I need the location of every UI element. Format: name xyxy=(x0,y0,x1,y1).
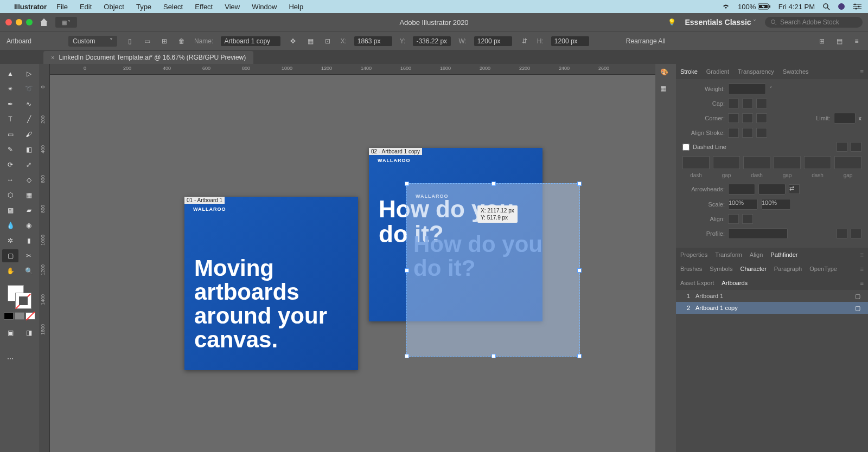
align-tip[interactable] xyxy=(728,214,739,224)
gradient-mode-icon[interactable] xyxy=(15,312,24,320)
corner-miter[interactable] xyxy=(728,113,739,123)
cap-round[interactable] xyxy=(742,99,753,108)
tab-brushes[interactable]: Brushes xyxy=(680,266,702,272)
arrow-start[interactable] xyxy=(728,184,755,195)
tab-symbols[interactable]: Symbols xyxy=(710,266,732,272)
workspace-switcher[interactable]: Essentials Classic ˅ xyxy=(685,18,756,27)
clock[interactable]: Fri 4:21 PM xyxy=(778,3,815,11)
orient-portrait-icon[interactable]: ▯ xyxy=(125,36,135,46)
magic-wand-tool[interactable]: ✴ xyxy=(2,82,18,95)
gap-2[interactable] xyxy=(774,156,801,169)
selection-tool[interactable]: ▲ xyxy=(2,67,18,80)
curvature-tool[interactable]: ∿ xyxy=(21,98,37,111)
scale-tool[interactable]: ⤢ xyxy=(21,158,37,171)
tab-gradient[interactable]: Gradient xyxy=(706,68,729,75)
handle-e[interactable] xyxy=(577,268,582,273)
rearrange-all-button[interactable]: Rearrange All xyxy=(621,35,671,47)
tab-align[interactable]: Align xyxy=(750,251,763,258)
window-controls[interactable] xyxy=(5,19,33,25)
document-tab[interactable]: × LinkedIn Document Template.ai* @ 16.67… xyxy=(43,51,253,64)
h-field[interactable]: 1200 px xyxy=(551,36,589,46)
swatches-panel-icon[interactable]: ▦ xyxy=(660,85,671,95)
gap-1[interactable] xyxy=(713,156,740,169)
width-tool[interactable]: ↔ xyxy=(2,173,18,186)
gap-3[interactable] xyxy=(834,156,861,169)
pen-tool[interactable]: ✒ xyxy=(2,98,18,111)
menu-effect[interactable]: Effect xyxy=(195,3,213,11)
edit-toolbar-icon[interactable]: ⋯ xyxy=(2,352,18,365)
zoom-tool[interactable]: 🔍 xyxy=(21,264,37,277)
siri-icon[interactable] xyxy=(838,3,845,10)
tab-pathfinder[interactable]: Pathfinder xyxy=(770,251,797,258)
tab-asset-export[interactable]: Asset Export xyxy=(680,280,714,286)
app-menu[interactable]: Illustrator xyxy=(14,3,47,11)
artboard-tool[interactable]: ▢ xyxy=(2,249,18,262)
canvas-area[interactable]: 0 200 400 600 800 1000 1200 1400 1600 18… xyxy=(50,64,655,452)
artboard-list-item-2[interactable]: 2 Artboard 1 copy ▢ xyxy=(676,302,868,314)
menu-select[interactable]: Select xyxy=(163,3,183,11)
handle-sw[interactable] xyxy=(405,354,409,358)
fill-stroke-swatch[interactable] xyxy=(8,285,31,309)
change-screen-icon[interactable]: ◨ xyxy=(21,326,37,339)
tab-transparency[interactable]: Transparency xyxy=(738,68,774,75)
artboard-name-field[interactable]: Artboard 1 copy xyxy=(221,36,280,46)
align-icon[interactable]: ⊞ xyxy=(817,36,827,46)
cap-project[interactable] xyxy=(756,99,767,108)
panel-menu-icon[interactable]: ≡ xyxy=(860,266,864,272)
flip-along-icon[interactable] xyxy=(837,229,847,238)
color-mode-icon[interactable] xyxy=(4,312,14,320)
lightbulb-icon[interactable]: 💡 xyxy=(668,18,676,26)
mesh-tool[interactable]: ▩ xyxy=(2,204,18,217)
scale-end[interactable]: 100% xyxy=(761,199,791,210)
home-icon[interactable] xyxy=(39,17,55,27)
screen-mode-icon[interactable]: ▣ xyxy=(2,326,18,339)
handle-s[interactable] xyxy=(492,354,496,358)
dashed-line-checkbox[interactable] xyxy=(682,144,690,151)
tab-properties[interactable]: Properties xyxy=(680,251,707,258)
search-stock[interactable]: Search Adobe Stock xyxy=(765,17,863,28)
dash-2[interactable] xyxy=(743,156,770,169)
wifi-icon[interactable] xyxy=(722,3,730,10)
arrow-end[interactable] xyxy=(758,184,786,195)
battery-status[interactable]: 100% xyxy=(738,3,771,11)
tab-transform[interactable]: Transform xyxy=(715,251,742,258)
menu-file[interactable]: File xyxy=(56,3,68,11)
menu-help[interactable]: Help xyxy=(289,3,303,11)
rectangle-tool[interactable]: ▭ xyxy=(2,128,18,141)
close-tab-icon[interactable]: × xyxy=(51,54,54,61)
stroke-weight-field[interactable] xyxy=(728,83,766,94)
link-wh-icon[interactable]: ⇵ xyxy=(520,36,529,46)
panel-menu-icon[interactable]: ≡ xyxy=(860,251,864,258)
perspective-tool[interactable]: ▦ xyxy=(21,189,37,202)
slice-tool[interactable]: ✂ xyxy=(21,249,37,262)
handle-n[interactable] xyxy=(492,182,496,186)
align-inside[interactable] xyxy=(742,128,753,138)
hand-tool[interactable]: ✋ xyxy=(2,264,18,277)
menu-edit[interactable]: Edit xyxy=(80,3,92,11)
profile-field[interactable] xyxy=(728,228,788,239)
close-window[interactable] xyxy=(5,19,12,25)
x-field[interactable]: 1863 px xyxy=(354,36,392,46)
new-artboard-icon[interactable]: ⊞ xyxy=(159,36,169,46)
shape-builder-tool[interactable]: ⬡ xyxy=(2,189,18,202)
artboard-1[interactable]: 01 - Artboard 1 WALLAROO Moving artboard… xyxy=(184,197,358,370)
dash-3[interactable] xyxy=(804,156,831,169)
direct-selection-tool[interactable]: ▷ xyxy=(21,67,37,80)
panel-menu-icon[interactable]: ≡ xyxy=(852,36,861,46)
paintbrush-tool[interactable]: 🖌 xyxy=(21,128,37,141)
rotate-tool[interactable]: ⟳ xyxy=(2,158,18,171)
handle-w[interactable] xyxy=(405,268,409,273)
eraser-tool[interactable]: ◧ xyxy=(21,143,37,156)
tab-paragraph[interactable]: Paragraph xyxy=(774,266,802,272)
limit-field[interactable] xyxy=(834,113,856,124)
dash-align-icon[interactable] xyxy=(851,142,861,152)
corner-round[interactable] xyxy=(742,113,753,123)
line-tool[interactable]: ╱ xyxy=(21,113,37,126)
handle-ne[interactable] xyxy=(577,182,582,186)
menu-window[interactable]: Window xyxy=(252,3,277,11)
artboard-options-icon[interactable]: ▢ xyxy=(855,305,863,312)
blend-tool[interactable]: ◉ xyxy=(21,219,37,232)
move-with-artboard-icon[interactable]: ✥ xyxy=(288,36,298,46)
maximize-window[interactable] xyxy=(26,19,33,25)
spotlight-icon[interactable] xyxy=(822,3,830,10)
